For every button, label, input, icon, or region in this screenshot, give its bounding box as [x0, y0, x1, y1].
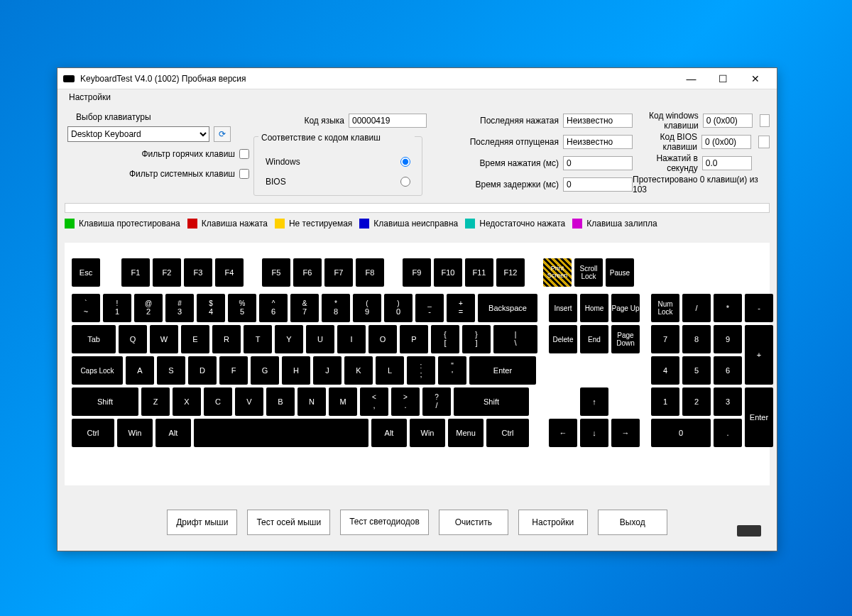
clear-button[interactable]: Очистить: [439, 510, 508, 535]
key-l[interactable]: L: [376, 356, 404, 385]
key-f12[interactable]: F12: [496, 258, 525, 287]
key-minus[interactable]: _-: [415, 294, 444, 322]
key-f11[interactable]: F11: [465, 258, 493, 287]
titlebar[interactable]: KeyboardTest V4.0 (1002) Пробная версия …: [58, 68, 777, 89]
key-f3[interactable]: F3: [184, 258, 212, 287]
key-a[interactable]: A: [126, 356, 154, 385]
key-num8[interactable]: 8: [682, 325, 711, 353]
key-e[interactable]: E: [181, 325, 209, 353]
syskey-filter-checkbox[interactable]: [239, 169, 249, 179]
key-c[interactable]: C: [204, 387, 232, 416]
key-pageup[interactable]: Page Up: [611, 294, 640, 322]
key-h[interactable]: H: [282, 356, 310, 385]
key-home[interactable]: Home: [580, 294, 608, 322]
exit-button[interactable]: Выход: [598, 510, 667, 535]
key-backslash[interactable]: |\: [493, 325, 537, 353]
key-o[interactable]: O: [368, 325, 397, 353]
key-k[interactable]: K: [344, 356, 373, 385]
key-1[interactable]: !1: [103, 294, 131, 322]
key-f1[interactable]: F1: [121, 258, 150, 287]
key-f[interactable]: F: [219, 356, 248, 385]
key-i[interactable]: I: [337, 325, 366, 353]
key-f10[interactable]: F10: [434, 258, 462, 287]
key-z[interactable]: Z: [141, 387, 170, 416]
key-n[interactable]: N: [297, 387, 326, 416]
settings-button[interactable]: Настройки: [518, 510, 588, 535]
key-down[interactable]: ↓: [580, 419, 608, 447]
key-8[interactable]: *8: [322, 294, 350, 322]
refresh-button[interactable]: ⟳: [214, 126, 231, 142]
key-num5[interactable]: 5: [682, 356, 711, 385]
key-up[interactable]: ↑: [580, 387, 608, 416]
key-backspace[interactable]: Backspace: [478, 294, 537, 322]
key-7[interactable]: &7: [290, 294, 319, 322]
key-f4[interactable]: F4: [215, 258, 244, 287]
key-w[interactable]: W: [150, 325, 178, 353]
key-insert[interactable]: Insert: [549, 294, 577, 322]
key-lctrl[interactable]: Ctrl: [72, 419, 114, 447]
key-comma[interactable]: <,: [360, 387, 388, 416]
key-num7[interactable]: 7: [651, 325, 679, 353]
key-num2[interactable]: 2: [682, 387, 711, 416]
key-t[interactable]: T: [244, 325, 272, 353]
key-semicolon[interactable]: :;: [407, 356, 435, 385]
key-d[interactable]: D: [188, 356, 217, 385]
key-lwin[interactable]: Win: [117, 419, 153, 447]
key-printscreen[interactable]: Print Screen: [543, 258, 572, 287]
key-space[interactable]: [194, 419, 368, 447]
key-m[interactable]: M: [329, 387, 357, 416]
key-s[interactable]: S: [157, 356, 185, 385]
radio-bios[interactable]: [400, 177, 410, 187]
key-pagedown[interactable]: Page Down: [611, 325, 640, 353]
key-f8[interactable]: F8: [356, 258, 384, 287]
key-0[interactable]: )0: [384, 294, 413, 322]
key-numenter[interactable]: Enter: [745, 387, 773, 447]
minimize-button[interactable]: —: [675, 69, 707, 89]
key-lshift[interactable]: Shift: [72, 387, 138, 416]
key-menu[interactable]: Menu: [448, 419, 484, 447]
key-num3[interactable]: 3: [714, 387, 742, 416]
key-4[interactable]: $4: [197, 294, 225, 322]
key-equal[interactable]: +=: [447, 294, 475, 322]
key-esc[interactable]: Esc: [72, 258, 100, 287]
key-num1[interactable]: 1: [651, 387, 679, 416]
key-num4[interactable]: 4: [651, 356, 679, 385]
key-rctrl[interactable]: Ctrl: [486, 419, 529, 447]
key-numsub[interactable]: -: [745, 294, 773, 322]
key-left[interactable]: ←: [549, 419, 577, 447]
key-pause[interactable]: Pause: [606, 258, 634, 287]
maximize-button[interactable]: ☐: [707, 69, 739, 89]
key-q[interactable]: Q: [119, 325, 147, 353]
key-f6[interactable]: F6: [293, 258, 322, 287]
close-button[interactable]: ✕: [739, 69, 771, 89]
key-j[interactable]: J: [313, 356, 342, 385]
led-test-button[interactable]: Тест светодиодов: [340, 510, 429, 535]
mouse-axis-button[interactable]: Тест осей мыши: [247, 510, 330, 535]
key-x[interactable]: X: [173, 387, 201, 416]
key-2[interactable]: @2: [134, 294, 163, 322]
key-quote[interactable]: "': [438, 356, 466, 385]
key-9[interactable]: (9: [353, 294, 381, 322]
kb-select[interactable]: Desktop Keyboard: [67, 126, 209, 142]
key-f9[interactable]: F9: [403, 258, 431, 287]
key-3[interactable]: #3: [165, 294, 194, 322]
key-scrolllock[interactable]: Scroll Lock: [574, 258, 603, 287]
key-enter[interactable]: Enter: [469, 356, 536, 385]
key-numlock[interactable]: Num Lock: [651, 294, 679, 322]
key-f7[interactable]: F7: [324, 258, 353, 287]
mouse-drift-button[interactable]: Дрифт мыши: [167, 510, 237, 535]
key-numadd[interactable]: +: [745, 325, 773, 385]
key-y[interactable]: Y: [275, 325, 303, 353]
key-rwin[interactable]: Win: [410, 419, 445, 447]
key-num6[interactable]: 6: [714, 356, 742, 385]
key-b[interactable]: B: [266, 387, 295, 416]
radio-windows[interactable]: [400, 157, 410, 167]
key-5[interactable]: %5: [228, 294, 256, 322]
key-p[interactable]: P: [400, 325, 428, 353]
key-lbracket[interactable]: {[: [431, 325, 459, 353]
key-rbracket[interactable]: }]: [462, 325, 491, 353]
key-v[interactable]: V: [235, 387, 263, 416]
key-nummul[interactable]: *: [714, 294, 742, 322]
key-right[interactable]: →: [611, 419, 640, 447]
key-capslock[interactable]: Caps Lock: [72, 356, 123, 385]
